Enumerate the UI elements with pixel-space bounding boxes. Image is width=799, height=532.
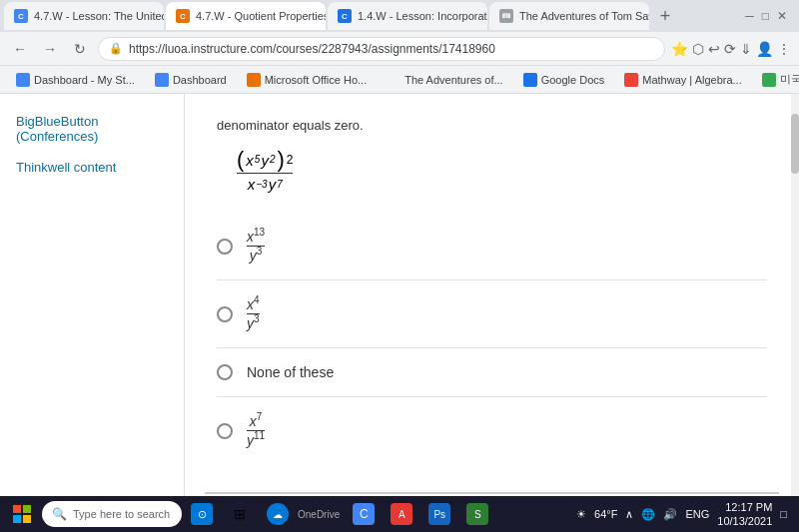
choice-a-label: x13 y3 [247, 229, 265, 264]
choice-a-denominator: y3 [250, 248, 263, 264]
tab-favicon-4: 📖 [499, 9, 513, 23]
bookmark-icon-3 [247, 73, 261, 87]
question-divider [205, 492, 779, 494]
user-icon[interactable]: 👤 [756, 41, 773, 57]
address-bar: ← → ↻ 🔒 https://luoa.instructure.com/cou… [0, 32, 799, 66]
numerator-inner: x5 y2 [246, 152, 275, 169]
tab-2[interactable]: C 4.7.W - Quotient Properties of E... ✕ [166, 2, 326, 30]
windows-start-button[interactable] [4, 496, 40, 532]
close-icon[interactable]: ✕ [777, 9, 787, 23]
windows-logo [13, 505, 31, 523]
language-label: ENG [685, 508, 709, 520]
temperature: 64°F [594, 508, 617, 520]
tab-1[interactable]: C 4.7.W - Lesson: The United Stat... ✕ [4, 2, 164, 30]
minimize-icon[interactable]: ─ [745, 9, 754, 23]
tab-4-label: The Adventures of Tom Sawyer ... [519, 10, 649, 22]
network-icon[interactable]: 🌐 [641, 508, 655, 521]
clock-date: 10/13/2021 [717, 514, 772, 528]
problem-text: denominator equals zero. [217, 118, 767, 133]
win-quad-yellow [23, 515, 31, 523]
tab-favicon-1: C [14, 9, 28, 23]
choice-a-fraction: x13 y3 [247, 229, 265, 264]
taskbar-browser[interactable]: C [346, 496, 382, 532]
taskbar: 🔍 Type here to search ⊙ ⊞ ☁ OneDrive C A… [0, 496, 799, 532]
taskbar-cortana[interactable]: ⊙ [184, 496, 220, 532]
radio-c[interactable] [217, 364, 233, 380]
forward-button[interactable]: → [38, 37, 62, 61]
taskbar-acrobat[interactable]: A [384, 496, 419, 532]
menu-icon[interactable]: ⋮ [777, 41, 791, 57]
choice-d-fraction: x7 y11 [247, 413, 265, 448]
taskbar-onedrive[interactable]: ☁ [260, 496, 296, 532]
url-input[interactable]: 🔒 https://luoa.instructure.com/courses/2… [98, 37, 665, 61]
new-tab-button[interactable]: + [651, 2, 679, 30]
extension-icon-3[interactable]: ↩ [708, 41, 720, 57]
choice-c-text: None of these [247, 364, 334, 380]
bookmark-icon-1 [16, 73, 30, 87]
notification-icon[interactable]: □ [780, 508, 787, 520]
fraction-denominator: x−3 y7 [248, 176, 283, 193]
bookmark-dashboard[interactable]: Dashboard - My St... [8, 71, 143, 89]
choice-d: x7 y11 [217, 397, 767, 464]
sidebar-item-thinkwell[interactable]: Thinkwell content [0, 152, 184, 183]
maximize-icon[interactable]: □ [762, 9, 769, 23]
taskbar-photoshop[interactable]: Ps [421, 496, 457, 532]
bookmark-4[interactable]: The Adventures of... [379, 71, 510, 89]
scrollbar[interactable] [791, 94, 799, 532]
app5-icon: S [466, 503, 488, 525]
extension-icon-4[interactable]: ⟳ [724, 41, 736, 57]
fraction-line [237, 173, 293, 174]
bookmark-label-6: Mathway | Algebra... [642, 74, 741, 86]
photoshop-icon: Ps [428, 503, 450, 525]
scrollbar-thumb[interactable] [791, 114, 799, 174]
bookmark-icon-2 [155, 73, 169, 87]
chevron-up-icon[interactable]: ∧ [625, 508, 633, 521]
bookmark-3[interactable]: Microsoft Office Ho... [239, 71, 376, 89]
tab-1-label: 4.7.W - Lesson: The United Stat... [34, 10, 164, 22]
taskbar-app5[interactable]: S [459, 496, 495, 532]
extension-icon-2[interactable]: ⬡ [692, 41, 704, 57]
radio-d[interactable] [217, 423, 233, 439]
refresh-button[interactable]: ↻ [68, 37, 92, 61]
radio-a[interactable] [217, 239, 233, 255]
tab-2-label: 4.7.W - Quotient Properties of E... [196, 10, 326, 22]
window-controls: ─ □ ✕ [745, 9, 795, 23]
win-quad-blue [13, 515, 21, 523]
choice-a: x13 y3 [217, 213, 767, 280]
radio-b[interactable] [217, 306, 233, 322]
weather-icon: ☀ [576, 508, 586, 521]
extension-icon-1[interactable]: ⭐ [671, 41, 688, 57]
answer-choices: x13 y3 [217, 213, 767, 464]
search-icon: 🔍 [52, 507, 67, 521]
choice-d-numerator: x7 [250, 413, 263, 429]
win-quad-green [23, 505, 31, 513]
speaker-icon[interactable]: 🔊 [663, 508, 677, 521]
bookmark-7[interactable]: 미국 AMC 수학 경... [754, 70, 799, 89]
tab-3[interactable]: C 1.4.W - Lesson: Incorporating Th... ✕ [328, 2, 487, 30]
bookmark-label-5: Google Docs [541, 74, 605, 86]
bookmark-5[interactable]: Google Docs [515, 71, 613, 89]
main-area: denominator equals zero. ( x5 y2 ) 2 [185, 94, 799, 532]
onedrive-icon: ☁ [267, 503, 289, 525]
close-paren: ) [277, 149, 284, 171]
tab-3-label: 1.4.W - Lesson: Incorporating Th... [358, 10, 487, 22]
tab-favicon-3: C [338, 9, 352, 23]
taskbar-desktop[interactable]: ⊞ [222, 496, 258, 532]
sidebar: BigBlueButton (Conferences) Thinkwell co… [0, 94, 185, 532]
bookmark-label-1: Dashboard - My St... [34, 74, 135, 86]
acrobat-icon: A [391, 503, 412, 525]
extension-icon-5[interactable]: ⇓ [740, 41, 752, 57]
bookmark-2[interactable]: Dashboard [147, 71, 235, 89]
tab-4[interactable]: 📖 The Adventures of Tom Sawyer ... ✕ [489, 2, 649, 30]
choice-b-numerator: x4 [247, 296, 260, 312]
back-button[interactable]: ← [8, 37, 32, 61]
taskbar-clock[interactable]: 12:17 PM 10/13/2021 [717, 500, 772, 529]
sidebar-item-bigbluebutton[interactable]: BigBlueButton (Conferences) [0, 106, 184, 152]
clock-time: 12:17 PM [717, 500, 772, 514]
choice-c: None of these [217, 348, 767, 397]
bookmark-label-7: 미국 AMC 수학 경... [780, 72, 799, 87]
bookmark-6[interactable]: Mathway | Algebra... [616, 71, 749, 89]
desktop-icon: ⊞ [229, 503, 251, 525]
taskbar-search-box[interactable]: 🔍 Type here to search [42, 501, 182, 527]
bookmark-icon-5 [523, 73, 537, 87]
